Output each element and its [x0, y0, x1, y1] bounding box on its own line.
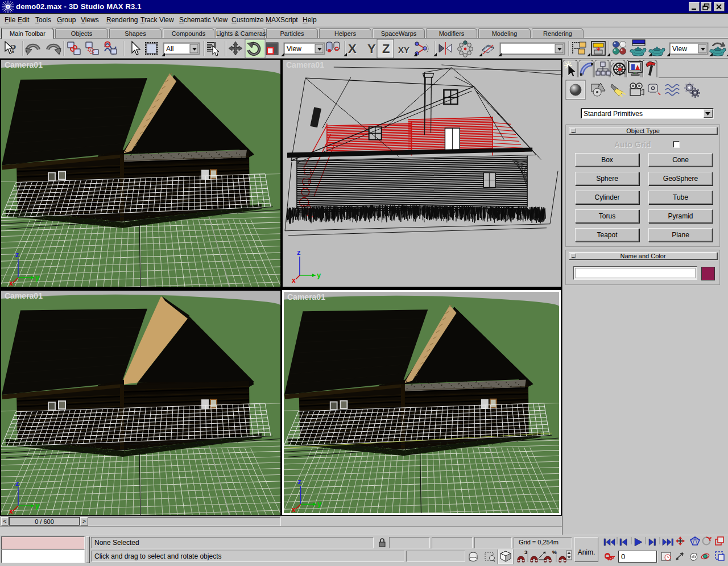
svg-text:z: z	[297, 248, 301, 257]
svg-text:x: x	[9, 507, 13, 515]
svg-text:View: View	[672, 45, 687, 53]
svg-text:y: y	[35, 273, 40, 282]
svg-text:3: 3	[524, 550, 527, 555]
svg-text:Y: Y	[367, 42, 376, 56]
svg-text:Camera01: Camera01	[287, 292, 325, 301]
svg-text:x: x	[292, 276, 296, 284]
svg-text:View: View	[287, 45, 301, 53]
svg-text:Z: Z	[382, 42, 390, 56]
svg-text:z: z	[15, 250, 19, 259]
svg-text:z: z	[298, 477, 302, 486]
svg-text:z: z	[15, 479, 19, 487]
svg-text:Camera01: Camera01	[286, 60, 324, 69]
svg-text:Camera01: Camera01	[5, 291, 43, 300]
svg-text:All: All	[166, 45, 173, 53]
svg-text:x: x	[292, 506, 296, 513]
svg-text:Camera01: Camera01	[5, 60, 43, 69]
svg-text:XY: XY	[398, 45, 410, 55]
svg-text:y: y	[317, 271, 321, 279]
svg-text:x: x	[9, 279, 13, 287]
svg-text:X: X	[348, 42, 357, 56]
svg-text:y: y	[35, 501, 40, 510]
svg-text:?: ?	[10, 42, 16, 56]
svg-text:y: y	[317, 499, 322, 508]
